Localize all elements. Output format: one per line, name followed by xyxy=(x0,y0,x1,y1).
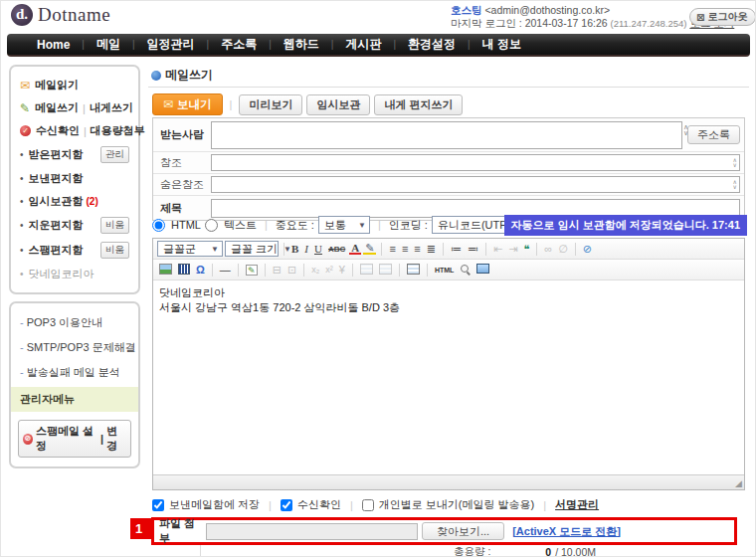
save-draft-button[interactable]: 임시보관 xyxy=(306,94,370,115)
highlight-icon[interactable]: ✎ xyxy=(363,243,376,255)
activex-mode-link[interactable]: [ActiveX 모드로 전환] xyxy=(512,524,621,539)
font-size-select[interactable]: 글꼴 크기 ▼ xyxy=(225,241,279,257)
outdent-icon[interactable]: ⇤ xyxy=(491,243,504,256)
nav-item-board[interactable]: 게시판 xyxy=(333,36,393,53)
align-justify-icon[interactable]: ≣ xyxy=(425,243,438,256)
numbered-list-icon[interactable]: ≕ xyxy=(466,243,480,256)
individual-send-checkbox[interactable] xyxy=(362,499,374,511)
html-source-icon[interactable]: HTML xyxy=(433,267,456,274)
cc-row: 참조 ∧∨ xyxy=(153,152,744,174)
indent-icon[interactable]: ⇥ xyxy=(506,243,519,256)
scroll-arrows-icon[interactable]: ∧∨ xyxy=(683,124,688,136)
write-to-me-button[interactable]: 내게 편지쓰기 xyxy=(374,94,463,115)
sidebar-folder-spam[interactable]: • 스팸편지함 비움 xyxy=(11,238,138,263)
link-icon[interactable]: ∞ xyxy=(542,243,554,255)
align-left-icon[interactable]: ≡ xyxy=(387,243,397,255)
underline-icon[interactable]: U xyxy=(312,243,324,255)
unlink-icon[interactable]: ∅ xyxy=(556,243,570,256)
html-radio[interactable] xyxy=(152,219,165,232)
nav-item-addressbook[interactable]: 주소록 xyxy=(209,36,269,53)
signature-icon[interactable]: ✎ xyxy=(244,264,260,276)
fullscreen-icon[interactable] xyxy=(474,264,491,276)
admin-menu-item[interactable]: 관리자메뉴 xyxy=(11,387,138,412)
editor-body[interactable]: 닷네임코리아 서울시 강남구 역삼1동 720-2 삼익라비돌 B/D 3층 xyxy=(153,280,744,474)
align-right-icon[interactable]: ≡ xyxy=(412,243,422,255)
individual-send-label[interactable]: 개인별로 보내기(메일링 발송용) xyxy=(379,497,534,512)
text-radio[interactable] xyxy=(205,219,218,232)
merge-cells-icon[interactable]: ⊟ xyxy=(271,264,284,277)
insert-row-icon[interactable] xyxy=(358,264,375,277)
bold-icon[interactable]: B xyxy=(289,243,300,255)
sidebar-folder-sent[interactable]: • 보낸편지함 xyxy=(11,167,138,190)
bcc-input[interactable] xyxy=(211,176,740,193)
nav-item-home[interactable]: Home xyxy=(25,38,82,52)
priority-select[interactable]: 보통 ▼ xyxy=(318,216,370,234)
resize-grip[interactable]: ◢ xyxy=(735,479,742,488)
file-path-input[interactable] xyxy=(206,523,418,540)
cc-input[interactable] xyxy=(211,154,740,171)
sidebar-link-fail-analysis[interactable]: -발송실패 메일 분석 xyxy=(11,360,138,385)
blockquote-icon[interactable]: ❝ xyxy=(521,243,531,256)
receipt-check-label[interactable]: 수신확인 xyxy=(36,123,80,138)
nav-item-webhard[interactable]: 웹하드 xyxy=(272,36,331,53)
nav-item-mail[interactable]: 메일 xyxy=(85,36,132,53)
strikethrough-icon[interactable]: ABC xyxy=(326,245,347,254)
empty-button[interactable]: 비움 xyxy=(100,242,129,259)
text-radio-label[interactable]: 텍스트 xyxy=(224,218,257,233)
folder-label: 임시보관함 xyxy=(29,194,84,209)
insert-media-icon[interactable] xyxy=(176,264,192,277)
spam-change-label[interactable]: 변경 xyxy=(106,424,126,454)
subscript-icon[interactable]: x₂ xyxy=(309,265,321,275)
sidebar-link-smtp-help[interactable]: -SMTP/POP3 문제해결 xyxy=(11,335,138,360)
sidebar-item-mail-read[interactable]: ✉ 메일읽기 xyxy=(11,74,138,96)
insert-table-icon[interactable] xyxy=(405,264,422,277)
nav-item-myinfo[interactable]: 내 정보 xyxy=(471,36,533,53)
spinner-icon[interactable]: ∧∨ xyxy=(733,158,737,168)
to-input[interactable] xyxy=(211,121,682,149)
address-book-button[interactable]: 주소록 xyxy=(687,125,740,144)
insert-image-icon[interactable] xyxy=(157,264,174,277)
save-sent-label[interactable]: 보낸메일함에 저장 xyxy=(169,497,260,512)
manage-button[interactable]: 관리 xyxy=(100,146,129,163)
html-radio-label[interactable]: HTML xyxy=(171,219,201,231)
receipt-label[interactable]: 수신확인 xyxy=(297,497,341,512)
dotname-logo[interactable]: d. Dotname xyxy=(11,4,110,26)
rich-text-editor: 글꼴군 ▼ 글꼴 크기 ▼ B I U ABC A ✎ ≡ ≡ ≡ ≣ xyxy=(152,238,745,490)
anchor-icon[interactable]: ¥ xyxy=(337,264,347,276)
preview-zoom-icon[interactable] xyxy=(458,264,472,277)
sidebar-folder-trash[interactable]: • 지운편지함 비움 xyxy=(11,213,138,238)
save-sent-checkbox[interactable] xyxy=(152,499,164,511)
eraser-icon[interactable]: ⊘ xyxy=(581,243,594,256)
spinner-icon[interactable]: ∧∨ xyxy=(733,180,737,190)
empty-button[interactable]: 비움 xyxy=(100,217,129,234)
horizontal-rule-icon[interactable]: — xyxy=(218,264,233,276)
split-cells-icon[interactable]: ⊡ xyxy=(285,264,298,277)
receipt-checkbox[interactable] xyxy=(281,499,292,511)
large-attach-label[interactable]: 대용량첨부 xyxy=(91,123,145,138)
write-to-me-label[interactable]: 내게쓰기 xyxy=(90,100,133,115)
italic-icon[interactable]: I xyxy=(302,243,310,255)
sidebar-link-pop3-guide[interactable]: -POP3 이용안내 xyxy=(11,310,138,335)
font-color-icon[interactable]: A xyxy=(349,243,361,255)
send-button[interactable]: ✉ 보내기 xyxy=(152,93,223,115)
font-family-select[interactable]: 글꼴군 ▼ xyxy=(157,241,223,257)
superscript-icon[interactable]: x² xyxy=(323,265,335,275)
browse-button[interactable]: 찾아보기... xyxy=(422,522,504,540)
signature-manage-link[interactable]: 서명관리 xyxy=(555,497,599,512)
sidebar-item-receipt: ✓ 수신확인 | 대용량첨부 xyxy=(11,119,138,142)
nav-item-settings[interactable]: 환경설정 xyxy=(396,36,468,53)
align-center-icon[interactable]: ≡ xyxy=(400,243,410,255)
bullet-list-icon[interactable]: ≔ xyxy=(449,243,464,256)
special-char-icon[interactable]: Ω xyxy=(194,264,207,276)
sidebar-folder-inbox[interactable]: • 받은편지함 관리 xyxy=(11,142,138,167)
nav-item-calendar[interactable]: 일정관리 xyxy=(135,36,207,53)
sidebar-folder-dotname-korea[interactable]: • 닷네임코리아 xyxy=(11,263,138,285)
sidebar: ✉ 메일읽기 ✎ 메일쓰기 | 내게쓰기 ✓ 수신확인 | 대용량첨부 • 받은… xyxy=(9,65,140,475)
insert-column-icon[interactable] xyxy=(377,264,394,277)
toolbar-separator xyxy=(238,264,239,277)
logout-button[interactable]: ⊠ 로그아웃 xyxy=(689,8,756,26)
spam-settings-button[interactable]: ⊘ 스팸메일 설정 | 변경 xyxy=(18,420,131,458)
sidebar-folder-draft[interactable]: • 임시보관함 (2) xyxy=(11,190,138,213)
preview-button[interactable]: 미리보기 xyxy=(239,94,302,115)
mail-write-label[interactable]: 메일쓰기 xyxy=(35,100,79,115)
